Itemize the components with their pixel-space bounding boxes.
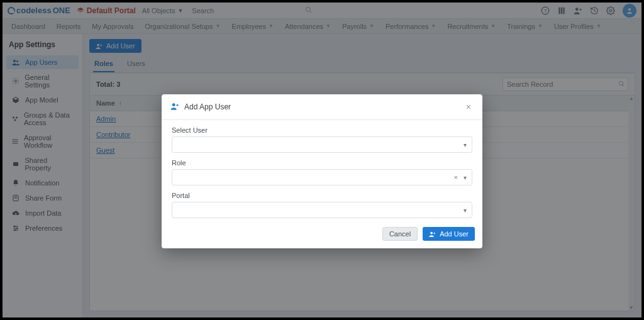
modal-overlay[interactable]: Add App User × Select User ▾ Role × ▾ Po… [3,3,641,317]
label-select-user: Select User [172,126,472,134]
field-portal: Portal ▾ [172,192,472,218]
label-portal: Portal [172,192,472,199]
modal-close-button[interactable]: × [464,101,474,113]
cancel-button[interactable]: Cancel [382,227,418,241]
modal-footer: Cancel Add User [162,222,482,248]
caret-down-icon: ▾ [464,141,467,148]
modal-body: Select User ▾ Role × ▾ Portal ▾ [162,120,482,222]
modal-title: Add App User [184,102,458,111]
modal-header: Add App User × [162,94,482,120]
add-app-user-modal: Add App User × Select User ▾ Role × ▾ Po… [162,94,482,248]
label-role: Role [172,159,472,167]
select-user-dropdown[interactable]: ▾ [172,136,472,153]
caret-down-icon: ▾ [464,207,467,214]
add-user-icon [170,102,179,113]
portal-dropdown[interactable]: ▾ [172,202,472,218]
field-select-user: Select User ▾ [172,126,472,153]
role-dropdown[interactable]: × ▾ [172,169,472,185]
svg-point-39 [430,231,433,234]
caret-down-icon: ▾ [464,174,467,181]
add-user-submit-button[interactable]: Add User [423,227,475,241]
clear-icon[interactable]: × [454,174,458,181]
svg-point-36 [172,103,175,106]
field-role: Role × ▾ [172,159,472,185]
add-user-icon [429,231,436,238]
